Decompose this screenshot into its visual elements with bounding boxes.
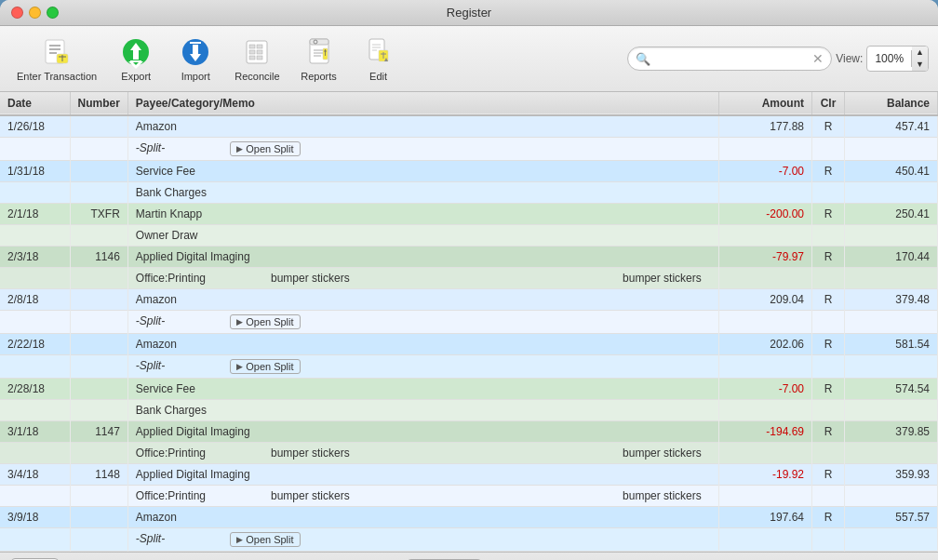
reports-button[interactable]: Reports — [291, 32, 347, 86]
svg-rect-14 — [257, 45, 262, 48]
cell-amount-empty — [719, 355, 812, 379]
cell-balance-empty — [845, 311, 938, 334]
cell-amount: -7.00 — [719, 379, 812, 400]
reconcile-button[interactable]: Reconcile — [227, 32, 287, 86]
open-split-button[interactable]: ▶ Open Split — [230, 532, 300, 547]
table-row[interactable]: 2/3/18 1146 Applied Digital Imaging -79.… — [0, 247, 938, 268]
table-row[interactable]: 3/9/18 Amazon 197.64 R 557.57 — [0, 507, 938, 528]
cell-number — [70, 507, 127, 528]
table-row-secondary: -Split- ▶ Open Split — [0, 355, 938, 379]
table-row[interactable]: 3/4/18 1148 Applied Digital Imaging -19.… — [0, 464, 938, 486]
table-row[interactable]: 3/1/18 1147 Applied Digital Imaging -194… — [0, 421, 938, 443]
cell-clr-empty — [812, 138, 845, 161]
cell-payee: Applied Digital Imaging — [127, 464, 718, 486]
register-table: Date Number Payee/Category/Memo Amount C… — [0, 92, 938, 552]
cell-payee: Applied Digital Imaging — [127, 247, 718, 268]
export-button[interactable]: Export — [108, 32, 164, 86]
header-date: Date — [0, 92, 70, 115]
cell-balance-empty — [845, 268, 938, 289]
register-table-container: Date Number Payee/Category/Memo Amount C… — [0, 92, 938, 552]
reconcile-label: Reconcile — [234, 71, 279, 82]
cell-date: 2/1/18 — [0, 204, 70, 225]
view-down-arrow[interactable]: ▼ — [912, 59, 928, 71]
header-payee: Payee/Category/Memo — [127, 92, 718, 115]
cell-amount: -7.00 — [719, 161, 812, 182]
cell-number — [70, 379, 127, 400]
cell-amount: -79.97 — [719, 247, 812, 268]
cell-clr: R — [812, 161, 845, 182]
cell-balance-empty — [845, 225, 938, 247]
cell-amount-empty — [719, 182, 812, 204]
svg-rect-17 — [249, 56, 255, 60]
cell-amount: -200.00 — [719, 204, 812, 225]
split-triangle-icon: ▶ — [236, 535, 243, 544]
cell-clr: R — [812, 464, 845, 486]
cell-date-empty — [0, 225, 70, 247]
search-clear-icon[interactable]: ✕ — [812, 51, 824, 66]
cell-amount: -194.69 — [719, 421, 812, 443]
enter-transaction-button[interactable]: Enter Transaction — [9, 32, 104, 86]
cell-amount-empty — [719, 225, 812, 247]
cell-balance: 557.57 — [845, 507, 938, 528]
cell-number: 1147 — [70, 421, 127, 443]
edit-icon — [362, 35, 395, 69]
svg-rect-13 — [249, 45, 255, 48]
maximize-button[interactable] — [47, 7, 59, 19]
cell-date-empty — [0, 528, 70, 552]
cell-date-empty — [0, 486, 70, 507]
cell-number-empty — [70, 443, 127, 464]
cell-amount: -19.92 — [719, 464, 812, 486]
split-triangle-icon: ▶ — [236, 144, 243, 153]
view-up-arrow[interactable]: ▲ — [912, 47, 928, 59]
search-input[interactable] — [654, 52, 812, 65]
cell-balance: 250.41 — [845, 204, 938, 225]
open-split-button[interactable]: ▶ Open Split — [230, 141, 300, 156]
table-row[interactable]: 2/8/18 Amazon 209.04 R 379.48 — [0, 289, 938, 311]
cell-payee: Amazon — [127, 507, 718, 528]
cell-balance: 379.48 — [845, 289, 938, 311]
table-row[interactable]: 1/31/18 Service Fee -7.00 R 450.41 — [0, 161, 938, 182]
table-row-secondary: Owner Draw — [0, 225, 938, 247]
table-row[interactable]: 1/26/18 Amazon 177.88 R 457.41 — [0, 115, 938, 138]
import-button[interactable]: Import — [168, 32, 223, 86]
cell-balance: 574.54 — [845, 379, 938, 400]
split-triangle-icon: ▶ — [236, 317, 243, 327]
cell-date: 2/8/18 — [0, 289, 70, 311]
cell-balance: 450.41 — [845, 161, 938, 182]
cell-amount-empty — [719, 443, 812, 464]
cell-payee: Service Fee — [127, 161, 718, 182]
cell-date: 1/31/18 — [0, 161, 70, 182]
table-row[interactable]: 2/22/18 Amazon 202.06 R 581.54 — [0, 334, 938, 355]
svg-rect-18 — [257, 56, 262, 60]
cell-category: -Split- ▶ Open Split — [127, 311, 718, 334]
cell-category: -Split- ▶ Open Split — [127, 355, 718, 379]
reports-icon — [302, 35, 336, 69]
table-row-secondary: Office:Printing bumper stickers bumper s… — [0, 486, 938, 507]
traffic-lights — [11, 7, 59, 19]
cell-clr-empty — [812, 443, 845, 464]
enter-transaction-icon — [40, 35, 74, 69]
table-row[interactable]: 2/1/18 TXFR Martin Knapp -200.00 R 250.4… — [0, 204, 938, 225]
table-row[interactable]: 2/28/18 Service Fee -7.00 R 574.54 — [0, 379, 938, 400]
import-icon — [179, 35, 212, 69]
cell-payee: Amazon — [127, 115, 718, 138]
cell-number — [70, 161, 127, 182]
cell-category: Owner Draw — [127, 225, 718, 247]
export-label: Export — [121, 71, 151, 82]
cell-clr: R — [812, 289, 845, 311]
cell-category: Office:Printing bumper stickers bumper s… — [127, 486, 718, 507]
search-icon: 🔍 — [636, 52, 650, 66]
svg-rect-20 — [310, 39, 328, 45]
minimize-button[interactable] — [29, 7, 41, 19]
close-button[interactable] — [11, 7, 23, 19]
cell-date-empty — [0, 138, 70, 161]
cell-clr: R — [812, 334, 845, 355]
open-split-button[interactable]: ▶ Open Split — [230, 359, 300, 374]
open-split-button[interactable]: ▶ Open Split — [230, 314, 300, 329]
edit-button[interactable]: Edit — [351, 32, 407, 86]
cell-clr-empty — [812, 225, 845, 247]
cell-amount-empty — [719, 138, 812, 161]
table-row-secondary: Office:Printing bumper stickers bumper s… — [0, 268, 938, 289]
cell-balance-empty — [845, 400, 938, 421]
cell-clr: R — [812, 247, 845, 268]
